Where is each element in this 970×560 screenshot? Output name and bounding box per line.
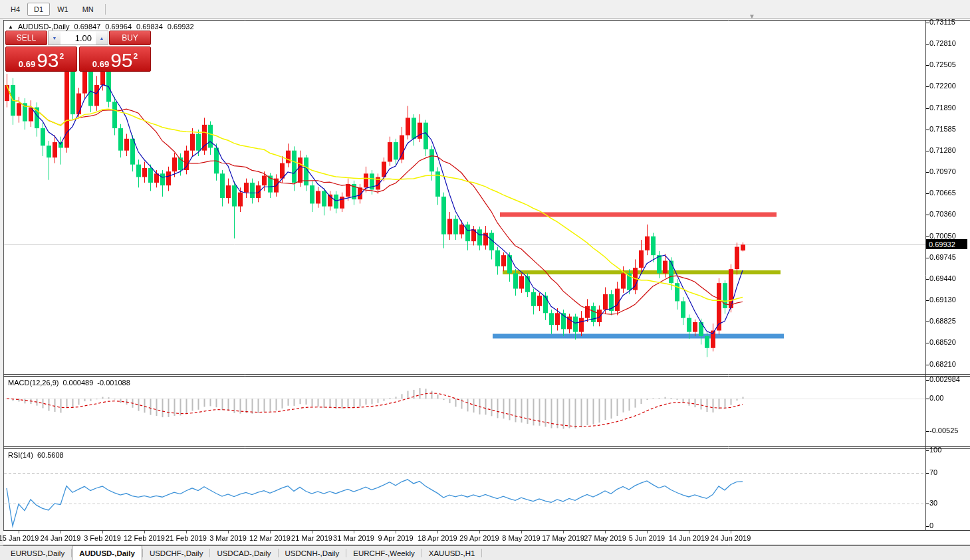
- quote-open: 0.69847: [74, 23, 101, 31]
- quote-line: ▲ AUDUSD-,Daily 0.69847 0.69964 0.69834 …: [8, 23, 194, 31]
- macd-indicator-label: MACD(12,26,9) 0.000489 -0.001088: [8, 379, 130, 387]
- bottom-tab-xauusd[interactable]: XAUUSD-,H1: [422, 546, 482, 560]
- macd-name: MACD(12,26,9): [8, 379, 59, 387]
- buy-price-big: 95: [110, 52, 132, 69]
- rsi-axis-tick: 100: [929, 446, 941, 454]
- x-axis-tick: 3 Mar 2019: [209, 534, 247, 542]
- x-axis-tick: 21 Feb 2019: [166, 534, 207, 542]
- y-axis-tick: 0.72505: [929, 60, 956, 68]
- current-price-marker: 0.69932: [926, 239, 967, 249]
- x-axis-tick: 15 Jan 2019: [0, 534, 39, 542]
- bottom-tab-audusd[interactable]: AUDUSD-,Daily: [72, 545, 142, 560]
- x-axis-tick: 21 Mar 2019: [291, 534, 332, 542]
- x-axis-tick: 17 May 2019: [542, 534, 584, 542]
- rsi-value: 60.5608: [37, 451, 64, 459]
- x-axis-tick: 24 Jun 2019: [711, 534, 751, 542]
- macd-main-value: 0.000489: [62, 379, 93, 387]
- one-click-trade-widget: SELL ▼ ▲ BUY 0.69 93 2 0.69 95 2: [5, 31, 151, 72]
- rsi-axis-tick: 70: [929, 468, 937, 476]
- y-axis-tick: 0.69440: [929, 274, 956, 282]
- y-axis-tick: 0.70360: [929, 210, 956, 218]
- macd-axis-tick: 0.00: [929, 394, 943, 402]
- sell-price-prefix: 0.69: [19, 60, 35, 69]
- x-axis-tick: 9 Apr 2019: [378, 534, 413, 542]
- macd-signal-value: -0.001088: [97, 379, 130, 387]
- x-axis-tick: 31 Mar 2019: [333, 534, 374, 542]
- volume-increase-icon[interactable]: ▲: [96, 31, 108, 45]
- buy-price-box[interactable]: 0.69 95 2: [79, 47, 151, 72]
- buy-button[interactable]: BUY: [109, 31, 151, 45]
- tab-separator: [481, 549, 482, 557]
- buy-price-pip: 2: [134, 52, 138, 61]
- x-axis-tick: 12 Mar 2019: [249, 534, 291, 542]
- bottom-tab-eurchf[interactable]: EURCHF-,Weekly: [346, 546, 421, 560]
- sell-price-box[interactable]: 0.69 93 2: [5, 47, 77, 72]
- date-axis[interactable]: 15 Jan 201924 Jan 20193 Feb 201912 Feb 2…: [0, 531, 970, 545]
- x-axis-tick: 8 May 2019: [502, 534, 540, 542]
- y-axis-tick: 0.70665: [929, 189, 956, 197]
- x-axis-tick: 5 Jun 2019: [629, 534, 665, 542]
- y-axis-tick: 0.70050: [929, 232, 956, 240]
- y-axis-tick: 0.68520: [929, 338, 956, 346]
- sell-price-pip: 2: [60, 52, 64, 61]
- volume-input[interactable]: [61, 31, 96, 45]
- bottom-tab-usdcnh[interactable]: USDCNH-,Daily: [279, 546, 346, 560]
- sell-button[interactable]: SELL: [5, 31, 47, 45]
- scroll-to-end-icon[interactable]: ▼: [749, 13, 755, 20]
- y-axis-tick: 0.73115: [929, 18, 955, 26]
- x-axis-tick: 18 Apr 2019: [418, 534, 457, 542]
- bottom-tab-usdchf[interactable]: USDCHF-,Daily: [143, 546, 210, 560]
- rsi-axis-tick: 0: [929, 521, 933, 529]
- x-axis-tick: 12 Feb 2019: [124, 534, 165, 542]
- chart-tab-bar: EURUSD-,DailyAUDUSD-,DailyUSDCHF-,DailyU…: [0, 545, 970, 560]
- y-axis-tick: 0.70970: [929, 167, 956, 175]
- collapse-triangle-icon[interactable]: ▲: [8, 24, 13, 30]
- y-axis-tick: 0.71280: [929, 146, 956, 154]
- bottom-tab-eurusd[interactable]: EURUSD-,Daily: [4, 546, 71, 560]
- bottom-tab-usdcad[interactable]: USDCAD-,Daily: [210, 546, 277, 560]
- y-axis-tick: 0.69745: [929, 253, 956, 261]
- volume-decrease-icon[interactable]: ▼: [49, 31, 61, 45]
- y-axis-tick: 0.71890: [929, 104, 956, 112]
- y-axis-tick: 0.71585: [929, 125, 956, 133]
- rsi-name: RSI(14): [8, 451, 33, 459]
- y-axis-tick: 0.68825: [929, 317, 956, 325]
- rsi-indicator-label: RSI(14) 60.5608: [8, 451, 64, 459]
- y-axis-tick: 0.68210: [929, 360, 956, 368]
- symbol-period-label: AUDUSD-,Daily: [18, 23, 70, 31]
- macd-axis-tick: 0.002984: [929, 375, 960, 383]
- volume-spinner: ▼ ▲: [48, 31, 108, 45]
- quote-low: 0.69834: [136, 23, 163, 31]
- rsi-axis-tick: 30: [929, 499, 937, 507]
- quote-high: 0.69964: [105, 23, 132, 31]
- quote-close: 0.69932: [168, 23, 194, 31]
- x-axis-tick: 24 Jan 2019: [41, 534, 81, 542]
- sell-price-big: 93: [37, 52, 59, 69]
- x-axis-tick: 29 Apr 2019: [459, 534, 499, 542]
- y-axis-tick: 0.72200: [929, 82, 956, 90]
- y-axis-tick: 0.69130: [929, 296, 956, 304]
- chart-canvas[interactable]: [0, 0, 970, 560]
- x-axis-tick: 14 Jun 2019: [669, 534, 709, 542]
- x-axis-tick: 3 Feb 2019: [84, 534, 121, 542]
- macd-axis-tick: -0.00525: [929, 426, 958, 434]
- x-axis-tick: 27 May 2019: [584, 534, 626, 542]
- y-axis-tick: 0.72810: [929, 39, 956, 47]
- buy-price-prefix: 0.69: [92, 60, 109, 69]
